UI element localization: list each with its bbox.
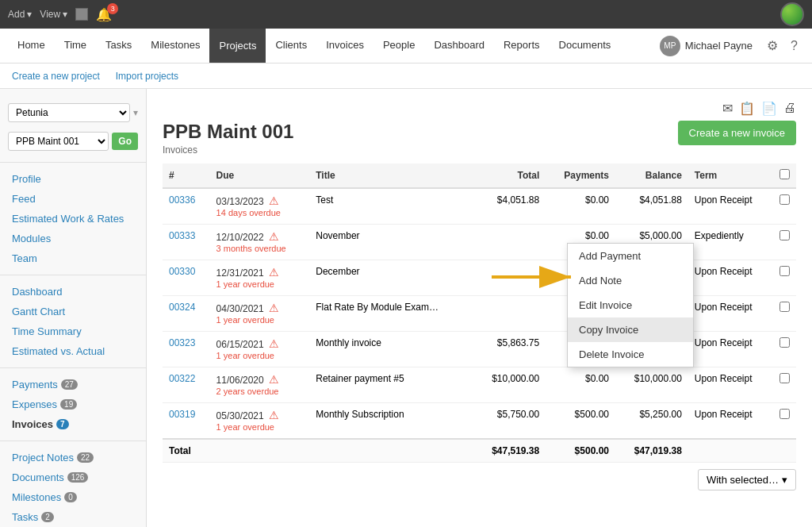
sidebar-item-dashboard[interactable]: Dashboard [0, 282, 146, 302]
sidebar-item-profile[interactable]: Profile [0, 169, 146, 189]
payments-cell: $0.00 [546, 188, 615, 225]
nav-clients[interactable]: Clients [266, 29, 316, 63]
context-add-note[interactable]: Add Note [568, 268, 693, 293]
balance-cell: $5,250.00 [615, 403, 688, 440]
context-menu: Add Payment Add Note Edit Invoice Copy I… [567, 243, 694, 367]
overdue-text: 1 year overdue [216, 279, 274, 289]
row-checkbox[interactable] [779, 266, 790, 276]
total-cell [473, 260, 546, 296]
select-all-checkbox[interactable] [779, 169, 790, 179]
term-cell: Upon Receipt [688, 403, 773, 440]
sidebar-item-project-notes[interactable]: Project Notes 22 [0, 448, 146, 467]
top-icons-row: ✉ 📋 📄 🖨 [163, 101, 796, 116]
context-delete-invoice[interactable]: Delete Invoice [568, 342, 693, 367]
checkbox-cell[interactable] [773, 332, 796, 367]
checkbox-cell[interactable] [773, 225, 796, 260]
checkbox-cell[interactable] [773, 367, 796, 403]
project-select[interactable]: PPB Maint 001 [8, 132, 109, 151]
overdue-text: 14 days overdue [216, 208, 281, 217]
payments-cell: $0.00 [546, 367, 615, 403]
nav-projects[interactable]: Projects [209, 29, 266, 63]
help-icon[interactable]: ? [784, 29, 804, 63]
row-checkbox[interactable] [779, 302, 790, 312]
context-add-payment[interactable]: Add Payment [568, 244, 693, 268]
client-select[interactable]: Petunia [8, 103, 130, 122]
add-button[interactable]: Add ▾ [8, 9, 32, 20]
pdf-icon-top[interactable]: 📄 [761, 101, 777, 116]
nav-documents[interactable]: Documents [550, 29, 621, 63]
nav-bar: Home Time Tasks Milestones Projects Clie… [0, 29, 812, 63]
user-avatar-nav: MP [660, 36, 680, 56]
sidebar-item-expenses[interactable]: Expenses 19 [0, 394, 146, 414]
title-cell: Monthly Subscription [309, 403, 473, 440]
checkbox-cell[interactable] [773, 403, 796, 440]
nav-tasks[interactable]: Tasks [96, 29, 141, 63]
row-checkbox[interactable] [779, 230, 790, 240]
with-selected-button[interactable]: With selected… ▾ [698, 469, 796, 490]
user-menu[interactable]: MP Michael Payne [652, 29, 760, 63]
invoice-num-cell: 00330 [163, 260, 210, 296]
context-copy-invoice[interactable]: Copy Invoice [568, 317, 693, 342]
col-total: Total [473, 163, 546, 188]
row-checkbox[interactable] [779, 194, 790, 205]
email-icon-top[interactable]: ✉ [722, 101, 733, 116]
invoice-num-cell: 00319 [163, 403, 210, 440]
sidebar-item-tasks[interactable]: Tasks 2 [0, 507, 146, 527]
checkbox-cell[interactable] [773, 188, 796, 225]
sidebar-item-time-summary[interactable]: Time Summary [0, 321, 146, 341]
total-empty-due [210, 439, 310, 463]
sidebar-item-team[interactable]: Team [0, 248, 146, 268]
create-invoice-button[interactable]: Create a new invoice [678, 121, 796, 145]
create-project-link[interactable]: Create a new project [12, 71, 100, 82]
sidebar-divider-1 [0, 162, 146, 163]
settings-icon[interactable]: ⚙ [760, 29, 784, 63]
total-empty-title [309, 439, 473, 463]
nav-time[interactable]: Time [55, 29, 96, 63]
bottom-row: With selected… ▾ [163, 463, 796, 490]
invoice-num-cell: 00323 [163, 332, 210, 367]
row-checkbox[interactable] [779, 337, 790, 348]
total-checkbox [773, 439, 796, 463]
table-row: 00322 11/06/2020 ⚠ 2 years overdue Retai… [163, 367, 796, 403]
nav-reports[interactable]: Reports [494, 29, 550, 63]
row-checkbox[interactable] [779, 409, 790, 419]
col-checkbox-header[interactable] [773, 163, 796, 188]
print-icon-top[interactable]: 🖨 [783, 101, 796, 116]
sidebar-item-milestones[interactable]: Milestones 0 [0, 487, 146, 507]
table-container: # Due Title Total Payments Balance Term … [163, 163, 796, 463]
col-num: # [163, 163, 210, 188]
sidebar-item-invoices[interactable]: Invoices 7 [0, 414, 146, 434]
overdue-text: 1 year overdue [216, 315, 274, 325]
sidebar-item-feed[interactable]: Feed [0, 189, 146, 209]
sidebar-item-gantt[interactable]: Gantt Chart [0, 302, 146, 321]
nav-milestones[interactable]: Milestones [141, 29, 209, 63]
sidebar-item-payments[interactable]: Payments 27 [0, 375, 146, 394]
term-cell: Upon Receipt [688, 260, 773, 296]
sidebar-item-documents[interactable]: Documents 126 [0, 467, 146, 487]
nav-people[interactable]: People [373, 29, 424, 63]
context-edit-invoice[interactable]: Edit Invoice [568, 293, 693, 317]
checkbox-cell[interactable] [773, 260, 796, 296]
notification-bell[interactable]: 🔔 3 [96, 7, 112, 22]
view-button[interactable]: View ▾ [40, 9, 67, 20]
nav-home[interactable]: Home [8, 29, 55, 63]
nav-invoices[interactable]: Invoices [316, 29, 373, 63]
col-term: Term [688, 163, 773, 188]
total-total: $47,519.38 [473, 439, 546, 463]
title-cell: Test [309, 188, 473, 225]
term-cell: Upon Receipt [688, 188, 773, 225]
sidebar-item-est-actual[interactable]: Estimated vs. Actual [0, 341, 146, 361]
title-cell: Retainer payment #5 [309, 367, 473, 403]
sidebar-item-modules[interactable]: Modules [0, 229, 146, 248]
sidebar-item-estimated-work[interactable]: Estimated Work & Rates [0, 209, 146, 229]
due-date-cell: 06/15/2021 ⚠ 1 year overdue [210, 332, 310, 367]
row-checkbox[interactable] [779, 373, 790, 383]
overdue-text: 2 years overdue [216, 387, 279, 396]
total-cell: $4,051.88 [473, 188, 546, 225]
nav-dashboard[interactable]: Dashboard [424, 29, 494, 63]
checkbox-cell[interactable] [773, 296, 796, 332]
import-projects-link[interactable]: Import projects [116, 71, 178, 82]
document-icon-top[interactable]: 📋 [739, 101, 755, 116]
overdue-icon: ⚠ [269, 194, 279, 207]
go-button[interactable]: Go [112, 133, 138, 150]
